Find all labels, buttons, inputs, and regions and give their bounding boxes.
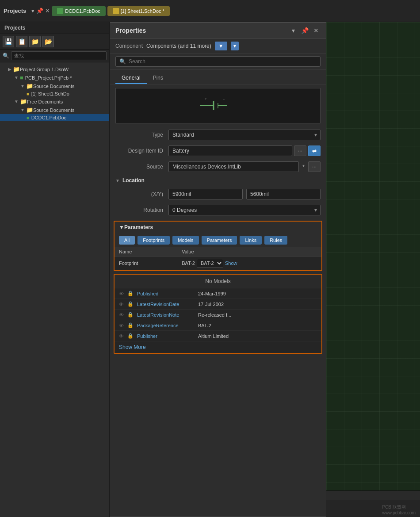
show-link[interactable]: Show bbox=[225, 260, 237, 266]
filter-rules-btn[interactable]: Rules bbox=[264, 236, 287, 245]
left-panel-title: Projects bbox=[0, 22, 109, 34]
new-folder-button[interactable]: 📂 bbox=[42, 36, 54, 47]
col-name-header: Name bbox=[115, 247, 177, 257]
folder-icon-3: 📁 bbox=[20, 98, 27, 105]
x-input[interactable] bbox=[168, 189, 243, 199]
project-tree: ▶ 📁 Project Group 1.DsnW ▼ ■ PCB_Project… bbox=[0, 62, 109, 124]
props-pin-btn[interactable]: 📌 bbox=[300, 26, 309, 35]
props-title: Properties bbox=[115, 27, 146, 34]
param-row-publisher: 👁 🔒 Publisher Altium Limited bbox=[115, 331, 321, 341]
left-toolbar: 💾 📋 📁 📂 bbox=[0, 34, 109, 50]
param-publisher-value: Altium Limited bbox=[198, 333, 229, 339]
models-section: No Models 👁 🔒 Published 24-Mar-1999 👁 🔒 … bbox=[114, 274, 322, 354]
props-content[interactable]: + - Type Standard ▾ Design Item ID ··· ⇌ bbox=[110, 84, 326, 517]
bottom-spacer bbox=[110, 356, 326, 365]
location-tri-icon: ▼ bbox=[115, 178, 120, 183]
tab-general[interactable]: General bbox=[115, 73, 147, 84]
lock-icon-3[interactable]: 🔒 bbox=[127, 312, 134, 318]
param-row-published: 👁 🔒 Published 24-Mar-1999 bbox=[115, 288, 321, 299]
rotation-select-wrapper: 0 Degrees 90 Degrees 180 Degrees 270 Deg… bbox=[168, 205, 321, 215]
props-arrow-down[interactable]: ▾ bbox=[289, 26, 298, 35]
pin2-icon[interactable]: 📌 bbox=[36, 8, 43, 14]
param-row-package-ref: 👁 🔒 PackageReference BAT-2 bbox=[115, 320, 321, 331]
search-bar-row: 🔍 bbox=[110, 54, 326, 70]
no-models-header: No Models bbox=[115, 275, 321, 288]
xy-group bbox=[168, 189, 321, 199]
filter-button[interactable]: ▼ bbox=[215, 42, 227, 50]
param-revision-note-value: Re-released f... bbox=[198, 312, 231, 318]
lock-icon-5[interactable]: 🔒 bbox=[127, 333, 134, 339]
source-dots-btn[interactable]: ··· bbox=[308, 161, 321, 172]
filter-footprints-btn[interactable]: Footprints bbox=[137, 236, 170, 245]
project-search-row: 🔍 bbox=[0, 50, 109, 62]
left-panel: Projects 💾 📋 📁 📂 🔍 ▶ 📁 Project Group 1.D… bbox=[0, 22, 110, 517]
design-item-id-input[interactable] bbox=[168, 146, 292, 156]
filter-links-btn[interactable]: Links bbox=[240, 236, 262, 245]
type-select[interactable]: Standard bbox=[168, 130, 321, 140]
params-section-header[interactable]: ▼ Parameters bbox=[115, 222, 321, 233]
pcb-file-icon: ■ bbox=[27, 115, 30, 120]
tree-item-pcb-project[interactable]: ▼ ■ PCB_Project.PrjPcb * bbox=[0, 73, 109, 82]
copy-button[interactable]: 📋 bbox=[16, 36, 27, 47]
show-more-button[interactable]: Show More bbox=[115, 341, 321, 353]
rotation-label: Rotation bbox=[115, 207, 168, 213]
params-tri-icon: ▼ bbox=[119, 224, 124, 230]
source-input[interactable] bbox=[168, 161, 299, 172]
tree-item-source-docs-2[interactable]: ▼ 📁 Source Documents bbox=[0, 106, 109, 114]
source-label: Source bbox=[115, 164, 168, 170]
visibility-icon-1[interactable]: 👁 bbox=[119, 291, 124, 296]
footprint-value-select[interactable]: BAT-2 bbox=[197, 259, 223, 268]
pcb-tab-icon bbox=[57, 8, 63, 14]
tree-item-free-docs[interactable]: ▼ 📁 Free Documents bbox=[0, 97, 109, 106]
close-panel-icon[interactable]: ✕ bbox=[45, 8, 50, 14]
params-label: Parameters bbox=[124, 224, 153, 230]
pcb-canvas[interactable] bbox=[326, 22, 420, 490]
props-tabs: General Pins bbox=[110, 70, 326, 84]
tab-pcb[interactable]: DCDC1.PcbDoc bbox=[52, 6, 105, 16]
save-button[interactable]: 💾 bbox=[3, 36, 14, 47]
param-revision-date-name: LatestRevisionDate bbox=[137, 302, 195, 307]
design-item-id-row: Design Item ID ··· ⇌ bbox=[110, 143, 326, 159]
tab-sch[interactable]: [1] Sheet1.SchDoc * bbox=[107, 6, 170, 16]
tree-item-project-group[interactable]: ▶ 📁 Project Group 1.DsnW bbox=[0, 65, 109, 73]
lock-icon-4[interactable]: 🔒 bbox=[127, 322, 134, 328]
search-input[interactable] bbox=[129, 58, 317, 65]
sch-tab-icon bbox=[113, 8, 119, 14]
param-revision-date-value: 17-Jul-2002 bbox=[198, 302, 224, 307]
tree-label-free-docs: Free Documents bbox=[27, 99, 63, 104]
tree-item-sheet1[interactable]: ■ [1] Sheet1.SchDo bbox=[0, 90, 109, 97]
xy-label: (X/Y) bbox=[115, 191, 168, 197]
props-close-btn[interactable]: ✕ bbox=[312, 26, 321, 35]
visibility-icon-5[interactable]: 👁 bbox=[119, 333, 124, 339]
pin-icon[interactable]: ▾ bbox=[31, 8, 34, 14]
tree-label-pcb-project: PCB_Project.PrjPcb * bbox=[25, 75, 72, 80]
properties-panel: Properties ▾ 📌 ✕ Component Components (a… bbox=[110, 22, 326, 517]
y-input[interactable] bbox=[246, 189, 321, 199]
visibility-icon-3[interactable]: 👁 bbox=[119, 312, 124, 318]
folder-icon-4: 📁 bbox=[26, 107, 33, 113]
tab-pins[interactable]: Pins bbox=[147, 73, 169, 84]
table-row: Footprint BAT-2 BAT-2 Show bbox=[115, 257, 321, 270]
search-icon: 🔍 bbox=[3, 53, 9, 59]
filter-all-btn[interactable]: All bbox=[119, 236, 135, 245]
project-search-input[interactable] bbox=[11, 51, 107, 60]
rotation-select[interactable]: 0 Degrees 90 Degrees 180 Degrees 270 Deg… bbox=[168, 205, 321, 215]
visibility-icon-2[interactable]: 👁 bbox=[119, 302, 124, 307]
design-item-id-dots-btn[interactable]: ··· bbox=[294, 146, 306, 156]
chevron-icon-3: ▼ bbox=[20, 84, 25, 88]
location-section-header[interactable]: ▼ Location bbox=[110, 175, 326, 186]
filter-parameters-btn[interactable]: Parameters bbox=[202, 236, 237, 245]
param-row-revision-note: 👁 🔒 LatestRevisionNote Re-released f... bbox=[115, 310, 321, 320]
open-folder-button[interactable]: 📁 bbox=[29, 36, 41, 47]
visibility-icon-4[interactable]: 👁 bbox=[119, 323, 124, 328]
col-value-header: Value bbox=[177, 247, 321, 257]
filter-models-btn[interactable]: Models bbox=[172, 236, 199, 245]
design-item-id-swap-btn[interactable]: ⇌ bbox=[308, 146, 321, 156]
chevron-icon-2: ▼ bbox=[14, 75, 19, 80]
component-row: Component Components (and 11 more) ▼ ▾ bbox=[110, 39, 326, 54]
lock-icon-1[interactable]: 🔒 bbox=[127, 291, 134, 296]
dropdown-button[interactable]: ▾ bbox=[231, 42, 239, 50]
lock-icon-2[interactable]: 🔒 bbox=[127, 301, 134, 307]
tree-item-source-docs-1[interactable]: ▼ 📁 Source Documents bbox=[0, 82, 109, 90]
tree-item-dcdc1[interactable]: ■ DCDC1.PcbDoc bbox=[0, 114, 109, 121]
